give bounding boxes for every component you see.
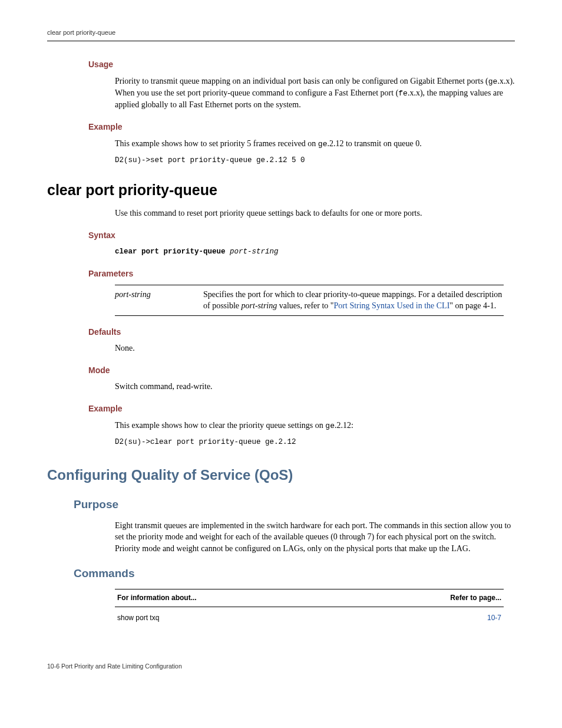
usage-inline-fe: fe bbox=[398, 89, 408, 98]
usage-text: Priority to transmit queue mapping on an… bbox=[115, 77, 488, 85]
syntax-code: clear port priority-queue port-string bbox=[115, 247, 515, 258]
example2-code: D2(su)->clear port priority-queue ge.2.1… bbox=[115, 437, 515, 448]
usage-paragraph: Priority to transmit queue mapping on an… bbox=[115, 75, 515, 111]
param-desc-ital: port‑string bbox=[242, 301, 277, 310]
example-inline-ge: ge bbox=[318, 140, 328, 149]
syntax-bold: clear port priority-queue bbox=[115, 248, 230, 256]
purpose-heading: Purpose bbox=[74, 497, 515, 513]
commands-header-row: For information about... Refer to page..… bbox=[115, 589, 504, 607]
example2-inline-ge: ge bbox=[325, 421, 335, 430]
mode-heading: Mode bbox=[88, 365, 515, 377]
example-paragraph: This example shows how to set priority 5… bbox=[115, 138, 515, 150]
commands-th-info: For information about... bbox=[115, 589, 349, 607]
example2-text: This example shows how to clear the prio… bbox=[115, 421, 325, 430]
example2-text: .2.12: bbox=[335, 421, 353, 430]
clear-intro: Use this command to reset port priority … bbox=[115, 207, 515, 219]
purpose-text: Eight transmit queues are implemented in… bbox=[115, 520, 515, 555]
usage-inline-ge: ge bbox=[488, 77, 498, 86]
qos-title: Configuring Quality of Service (QoS) bbox=[47, 465, 515, 485]
example2-paragraph: This example shows how to clear the prio… bbox=[115, 420, 515, 431]
clear-port-priority-queue-title: clear port priority-queue bbox=[47, 180, 515, 200]
example-text: .2.12 to transmit on queue 0. bbox=[327, 139, 421, 148]
parameter-name: port‑string bbox=[115, 289, 203, 312]
mode-text: Switch command, read‑write. bbox=[115, 381, 515, 393]
example-text: This example shows how to set priority 5… bbox=[115, 139, 318, 148]
parameters-heading: Parameters bbox=[88, 268, 515, 280]
usage-heading: Usage bbox=[88, 59, 515, 71]
running-header: clear port priority-queue bbox=[47, 28, 515, 41]
param-desc-text: " on page 4‑1. bbox=[449, 301, 496, 310]
example2-heading: Example bbox=[88, 403, 515, 415]
param-desc-text: values, refer to " bbox=[277, 301, 333, 310]
command-name: show port txq bbox=[115, 607, 349, 626]
parameter-description: Specifies the port for which to clear pr… bbox=[203, 289, 504, 312]
commands-table: For information about... Refer to page..… bbox=[115, 589, 504, 627]
syntax-heading: Syntax bbox=[88, 230, 515, 242]
example-code: D2(su)->set port priority-queue ge.2.12 … bbox=[115, 156, 515, 166]
example-heading: Example bbox=[88, 121, 515, 133]
defaults-heading: Defaults bbox=[88, 327, 515, 338]
port-string-syntax-link[interactable]: Port String Syntax Used in the CLI bbox=[334, 301, 450, 310]
table-row: show port txq 10-7 bbox=[115, 607, 504, 626]
commands-heading: Commands bbox=[74, 566, 515, 582]
command-page-link[interactable]: 10-7 bbox=[349, 607, 504, 626]
parameter-row: port‑string Specifies the port for which… bbox=[115, 289, 504, 312]
defaults-text: None. bbox=[115, 342, 515, 354]
commands-th-page: Refer to page... bbox=[349, 589, 504, 607]
parameters-table: port‑string Specifies the port for which… bbox=[115, 285, 504, 316]
page-footer: 10-6 Port Priority and Rate Limiting Con… bbox=[47, 662, 515, 671]
syntax-ital: port-string bbox=[230, 248, 279, 256]
